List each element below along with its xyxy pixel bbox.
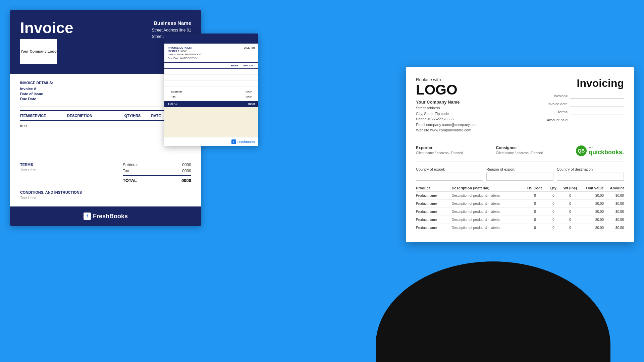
amount-paid-field-label: Amount paid: [547, 118, 568, 122]
invoice-date-field-input[interactable]: [570, 101, 624, 107]
qb-intuit-label: intuit: [589, 146, 624, 149]
terms-field-input[interactable]: [570, 109, 624, 115]
middle-footer: f FreshBooks: [164, 137, 258, 146]
product-table-header: Product Description (Material) HS Code Q…: [416, 185, 624, 192]
invoice-details-label: INVOICE DETAILS:: [20, 81, 53, 85]
replace-with-label: Replace with: [416, 77, 478, 82]
right-header: Replace with LOGO Your Company Name Stre…: [416, 77, 624, 133]
logo-text-large: LOGO: [416, 83, 478, 97]
freshbooks-logo-left: f FreshBooks: [84, 213, 128, 220]
middle-grand-total: TOTAL 0000: [164, 101, 258, 107]
tax-value: 0000: [182, 169, 191, 173]
pd-qty-1: 0: [547, 194, 560, 197]
pd-hs-3: 0: [523, 210, 547, 214]
pd-desc-5: Description of product & material: [452, 226, 523, 230]
right-logo-section: Replace with LOGO Your Company Name Stre…: [416, 77, 478, 133]
exporter-section: Exporter Client name / address / Phone#: [416, 145, 489, 156]
totals-section: Subtotal 0000 Tax 0000 TOTAL 0000: [123, 163, 191, 183]
table-row-3: [20, 145, 191, 157]
invoice-number-label: Invoice #: [20, 87, 53, 91]
email-right: Email company.name@company.com: [416, 122, 478, 128]
pd-desc-3: Description of product & material: [452, 210, 523, 214]
td-qty-1: [121, 124, 144, 130]
country-export-label: Country of export:: [416, 167, 483, 171]
pt-unit-header: Unit value: [580, 186, 604, 190]
middle-due-date: Due Date MM/DD/YYYY: [168, 57, 202, 60]
pd-product-4: Product name: [416, 218, 452, 222]
invoice-date-field-row: Invoice date: [548, 101, 624, 107]
amount-paid-field-input[interactable]: [570, 117, 624, 123]
pd-wt-4: 0: [560, 218, 580, 222]
reason-export-input[interactable]: [486, 173, 553, 181]
qb-icon: QB: [576, 145, 587, 156]
middle-th-amount: AMOUNT: [238, 64, 255, 67]
middle-grand-value: 0000: [248, 102, 255, 106]
phone-right: Phone # 555-555-5555: [416, 116, 478, 122]
pd-product-5: Product name: [416, 226, 452, 230]
pd-desc-4: Description of product & material: [452, 218, 523, 222]
country-destination-input[interactable]: [557, 173, 624, 181]
pd-hs-1: 0: [523, 194, 547, 197]
middle-row-1: [164, 69, 258, 75]
invoice-num-field-row: Invoice#: [554, 93, 624, 99]
due-date-label: Due Date: [20, 97, 53, 101]
pd-qty-5: 0: [547, 226, 560, 230]
invoice-card-middle: INVOICE DETAILS: Invoice # 0000 Date of …: [164, 34, 258, 146]
qb-logo-area: QB intuit quickbooks.: [576, 145, 624, 156]
td-desc-1: [67, 124, 121, 130]
consignee-detail: Client name / address / Phone#: [496, 151, 569, 155]
product-row-5: Product name Description of product & ma…: [416, 224, 624, 232]
pd-wt-5: 0: [560, 226, 580, 230]
middle-fb-text: FreshBooks: [237, 140, 255, 143]
pd-amount-3: $0.00: [604, 210, 624, 214]
right-divider-1: [416, 140, 624, 140]
middle-date-issue-label: Date of Issue: [168, 53, 183, 56]
terms-field-row: Terms: [557, 109, 624, 115]
middle-tax-label: Tax: [171, 95, 175, 98]
pd-hs-5: 0: [523, 226, 547, 230]
middle-yellow-section: [164, 107, 258, 137]
grand-total-row: TOTAL 0000: [123, 178, 191, 183]
pd-hs-2: 0: [523, 202, 547, 205]
pd-amount-4: $0.00: [604, 218, 624, 222]
country-destination-field: Country of destination: [557, 167, 624, 181]
middle-due-date-label: Due Date: [168, 57, 179, 60]
tax-label: Tax: [123, 169, 129, 173]
amount-paid-field-row: Amount paid: [547, 117, 624, 123]
middle-table-header: RATE AMOUNT: [164, 62, 258, 69]
middle-tax-row: Tax 0000: [168, 94, 255, 99]
middle-subtotal-label: Subtotal: [171, 90, 182, 93]
subtotal-label: Subtotal: [123, 163, 138, 167]
country-export-input[interactable]: [416, 173, 483, 181]
middle-subtotal-row: Subtotal 0000: [168, 89, 255, 94]
invoice-card-right: Replace with LOGO Your Company Name Stre…: [406, 67, 634, 242]
middle-date-issue-value: MM/DD/YYYY: [185, 53, 202, 56]
consignee-section: Consignee Client name / address / Phone#: [496, 145, 569, 156]
pt-wt-header: Wt (lbs): [560, 186, 580, 190]
td-item-1: trest: [20, 124, 67, 130]
middle-row-3: [164, 81, 258, 87]
invoice-num-field-input[interactable]: [570, 93, 624, 99]
invoice-left-title-section: Invoice Your Company Logo: [20, 20, 73, 64]
middle-th-rate: RATE: [221, 64, 238, 67]
middle-row-2: [164, 75, 258, 81]
product-row-1: Product name Description of product & ma…: [416, 192, 624, 200]
middle-grand-label: TOTAL: [168, 102, 177, 106]
middle-invoice-num: Invoice # 0000: [168, 49, 202, 52]
country-destination-label: Country of destination: [557, 167, 624, 171]
tax-row: Tax 0000: [123, 169, 191, 173]
middle-details-row: INVOICE DETAILS: Invoice # 0000 Date of …: [164, 44, 258, 62]
middle-fb-icon: f: [231, 139, 236, 144]
middle-bill-to: BILL TO:: [244, 46, 255, 60]
invoice-num-field-label: Invoice#: [554, 94, 568, 98]
conditions-text: Text Here: [20, 196, 191, 200]
exporter-label: Exporter: [416, 145, 489, 150]
conditions-label: CONDITIONS, AND INSTRUCTIONS: [20, 190, 191, 194]
th-qty: QTY/HRS: [121, 114, 144, 118]
right-invoice-section: Invoicing Invoice# Invoice date Terms Am…: [547, 77, 624, 123]
logo-placeholder: Your Company Logo: [20, 39, 57, 64]
city-state-zip-right: City, State, Zip code: [416, 111, 478, 117]
right-divider-2: [416, 162, 624, 162]
pd-hs-4: 0: [523, 218, 547, 222]
terms-text: Text Here: [20, 168, 114, 172]
